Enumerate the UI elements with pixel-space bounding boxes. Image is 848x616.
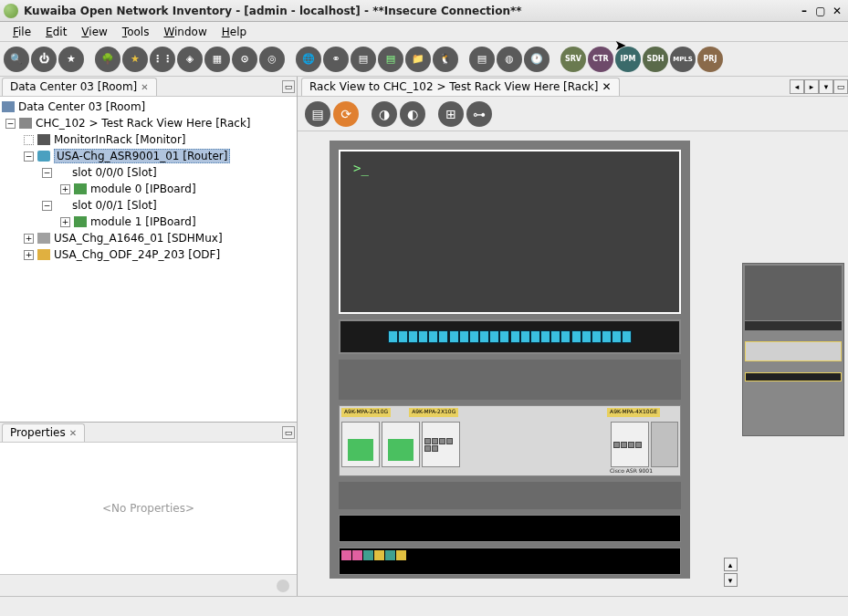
tree-module0[interactable]: + module 0 [IPBoard] — [0, 181, 297, 197]
tree-module1[interactable]: + module 1 [IPBoard] — [0, 214, 297, 230]
asr-module-0[interactable] — [341, 422, 380, 467]
slot-icon — [56, 200, 68, 211]
expand-icon[interactable]: + — [24, 250, 34, 260]
tree-sdhmux[interactable]: + USA_Chg_A1646_01 [SDHMux] — [0, 230, 297, 246]
star-icon[interactable]: ★ — [58, 47, 84, 72]
slot-icon — [56, 167, 68, 178]
mpls-button[interactable]: MPLS — [670, 47, 696, 72]
tree-root[interactable]: Data Center 03 [Room] — [0, 99, 297, 115]
rack-unit-asr9001[interactable]: A9K-MPA-2X10G A9K-MPA-2X10G A9K-MPA-4X10… — [339, 405, 681, 476]
rack-toolbar: ▤ ⟳ ◑ ◐ ⊞ ⊶ — [298, 97, 848, 131]
minimap-panel — [738, 131, 848, 596]
tree-router[interactable]: − USA-Chg_ASR9001_01 [Router] — [0, 148, 297, 164]
collapse-icon[interactable]: − — [42, 168, 52, 178]
scroll-up-button[interactable]: ▴ — [724, 558, 738, 571]
odf-icon — [37, 249, 50, 260]
doc-icon[interactable]: ▤ — [469, 47, 495, 72]
rack-canvas[interactable]: A9K-MPA-2X10G A9K-MPA-2X10G A9K-MPA-4X10… — [298, 131, 722, 596]
list-icon[interactable]: ▤ — [351, 47, 376, 72]
router-icon — [37, 151, 50, 162]
minimize-button[interactable]: – — [797, 4, 811, 18]
asr-module-1[interactable] — [382, 422, 420, 467]
tab-dropdown-button[interactable]: ▾ — [819, 79, 833, 94]
ipm-button[interactable]: IPM — [615, 47, 641, 72]
menu-help[interactable]: Help — [215, 24, 254, 40]
menu-edit[interactable]: Edit — [38, 24, 74, 40]
rack-unit-patch-panel[interactable] — [339, 319, 681, 354]
panel-maximize-button[interactable]: ▭ — [282, 80, 295, 93]
chart-icon[interactable]: ◍ — [497, 47, 522, 72]
asr-module-sfp[interactable] — [611, 422, 649, 467]
penguin-icon[interactable]: 🐧 — [433, 47, 458, 72]
link-icon[interactable]: ⚭ — [323, 47, 349, 72]
power-icon[interactable]: ⏻ — [31, 47, 57, 72]
menu-view[interactable]: View — [74, 24, 114, 40]
rack-tool-connect-icon[interactable]: ⊶ — [466, 101, 492, 127]
window-title: Kuwaiba Open Network Inventory - [admin … — [24, 5, 795, 17]
rack-view-area: A9K-MPA-2X10G A9K-MPA-2X10G A9K-MPA-4X10… — [298, 131, 848, 596]
asr-module-ports[interactable] — [422, 422, 460, 467]
rack-unit-monitor[interactable] — [339, 150, 681, 314]
object-tree[interactable]: Data Center 03 [Room] − CHC_102 > Test R… — [0, 97, 297, 423]
ctr-button[interactable]: CTR — [588, 47, 613, 72]
diamond-icon[interactable]: ◈ — [177, 47, 203, 72]
rack-tool-contrast-icon[interactable]: ◐ — [400, 101, 425, 127]
rack-tool-refresh-icon[interactable]: ⟳ — [333, 101, 359, 127]
properties-maximize-button[interactable]: ▭ — [282, 426, 295, 439]
rack-view-tab-close-icon[interactable]: ✕ — [602, 80, 611, 93]
srv-button[interactable]: SRV — [560, 47, 586, 72]
tab-maximize-button[interactable]: ▭ — [833, 79, 848, 94]
rack-frame: A9K-MPA-2X10G A9K-MPA-2X10G A9K-MPA-4X10… — [330, 141, 690, 579]
rack-scrollbar[interactable]: ▴ ▾ — [722, 131, 738, 596]
prj-button[interactable]: PRJ — [697, 47, 723, 72]
properties-tab[interactable]: Properties ✕ — [2, 423, 85, 442]
tree-odf[interactable]: + USA_Chg_ODF_24P_203 [ODF] — [0, 246, 297, 263]
collapse-icon[interactable]: − — [5, 119, 16, 129]
rack-unit-sdhmux[interactable] — [339, 515, 681, 542]
rack-unit-odf[interactable] — [339, 548, 681, 575]
expand-icon[interactable]: + — [60, 217, 70, 227]
maximize-button[interactable]: ▢ — [813, 4, 828, 18]
clock-icon[interactable]: 🕐 — [524, 47, 550, 72]
collapse-icon[interactable]: − — [24, 151, 34, 162]
properties-tab-close-icon[interactable]: ✕ — [69, 428, 77, 438]
menu-bar: File Edit View Tools Window Help — [0, 22, 848, 42]
sdhmux-icon — [37, 233, 50, 244]
leaf-icon — [24, 135, 34, 145]
folder-icon[interactable]: 📁 — [405, 47, 431, 72]
list2-icon[interactable]: ▤ — [378, 47, 403, 72]
tree-slot1[interactable]: − slot 0/0/1 [Slot] — [0, 197, 297, 214]
grid-icon[interactable]: ▦ — [204, 47, 230, 72]
tab-prev-button[interactable]: ◂ — [790, 79, 804, 94]
dots-icon[interactable]: ⋮⋮ — [150, 47, 175, 72]
properties-empty-label: <No Properties> — [0, 443, 297, 574]
search-icon[interactable]: 🔍 — [4, 47, 29, 72]
star2-icon[interactable]: ★ — [122, 47, 148, 72]
rack-tool-select-icon[interactable]: ◑ — [372, 101, 397, 127]
navigator-tab[interactable]: Data Center 03 [Room] ✕ — [2, 78, 157, 96]
menu-file[interactable]: File — [5, 24, 38, 40]
expand-icon[interactable]: + — [24, 234, 34, 244]
scroll-down-button[interactable]: ▾ — [724, 573, 738, 587]
minimap[interactable] — [742, 263, 844, 436]
tree-slot0[interactable]: − slot 0/0/0 [Slot] — [0, 164, 297, 181]
menu-window[interactable]: Window — [156, 24, 214, 40]
rack-tool-grid-icon[interactable]: ⊞ — [438, 101, 464, 127]
close-button[interactable]: ✕ — [830, 4, 844, 18]
tree-green-icon[interactable]: 🌳 — [95, 47, 120, 72]
rack-tool-list-icon[interactable]: ▤ — [305, 101, 330, 127]
globe-icon[interactable]: 🌐 — [296, 47, 321, 72]
expand-icon[interactable]: + — [60, 184, 70, 194]
circle-dots-icon[interactable]: ⊙ — [232, 47, 257, 72]
ring-icon[interactable]: ◎ — [259, 47, 285, 72]
tab-next-button[interactable]: ▸ — [804, 79, 819, 94]
menu-tools[interactable]: Tools — [115, 24, 157, 40]
navigator-tab-close-icon[interactable]: ✕ — [141, 82, 148, 92]
tree-rack[interactable]: − CHC_102 > Test Rack View Here [Rack] — [0, 115, 297, 131]
rack-view-tab[interactable]: Rack View to CHC_102 > Test Rack View He… — [301, 78, 620, 96]
collapse-icon[interactable]: − — [42, 201, 52, 211]
properties-panel: Properties ✕ ▭ <No Properties> — [0, 423, 297, 596]
board-icon — [74, 183, 87, 194]
sdh-button[interactable]: SDH — [643, 47, 668, 72]
tree-monitor[interactable]: MonitorInRack [Monitor] — [0, 131, 297, 148]
